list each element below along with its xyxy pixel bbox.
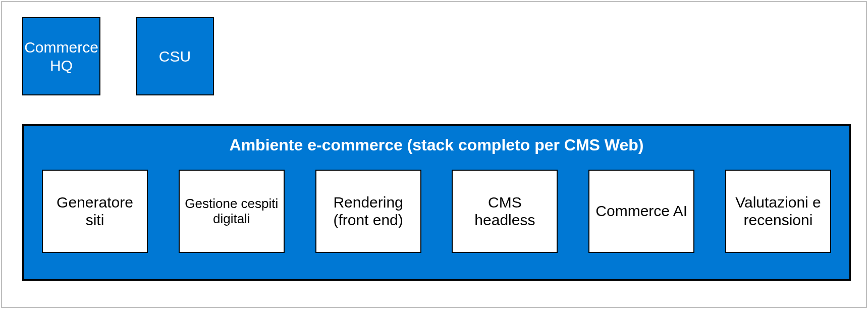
top-components-row: Commerce HQ CSU: [22, 17, 214, 95]
module-ai: Commerce AI: [588, 170, 694, 253]
module-ratings-label: Valutazioni e recensioni: [729, 194, 827, 229]
modules-row: Generatore siti Gestione cespiti digital…: [24, 154, 849, 253]
module-site-builder-label: Generatore siti: [46, 194, 144, 229]
environment-title: Ambiente e-commerce (stack completo per …: [24, 126, 849, 154]
module-dam-label: Gestione cespiti digitali: [183, 196, 281, 227]
module-site-builder: Generatore siti: [42, 170, 148, 253]
module-ai-label: Commerce AI: [595, 202, 687, 220]
module-cms: CMS headless: [452, 170, 558, 253]
module-rendering-label: Rendering (front end): [319, 194, 417, 229]
commerce-hq-label: Commerce HQ: [24, 38, 98, 75]
module-ratings: Valutazioni e recensioni: [725, 170, 831, 253]
commerce-hq-box: Commerce HQ: [22, 17, 100, 95]
csu-box: CSU: [136, 17, 214, 95]
module-cms-label: CMS headless: [456, 194, 554, 229]
module-rendering: Rendering (front end): [315, 170, 421, 253]
csu-label: CSU: [159, 47, 191, 66]
module-dam: Gestione cespiti digitali: [179, 170, 285, 253]
diagram-frame: Commerce HQ CSU Ambiente e-commerce (sta…: [1, 1, 867, 308]
ecommerce-environment-container: Ambiente e-commerce (stack completo per …: [22, 124, 851, 281]
